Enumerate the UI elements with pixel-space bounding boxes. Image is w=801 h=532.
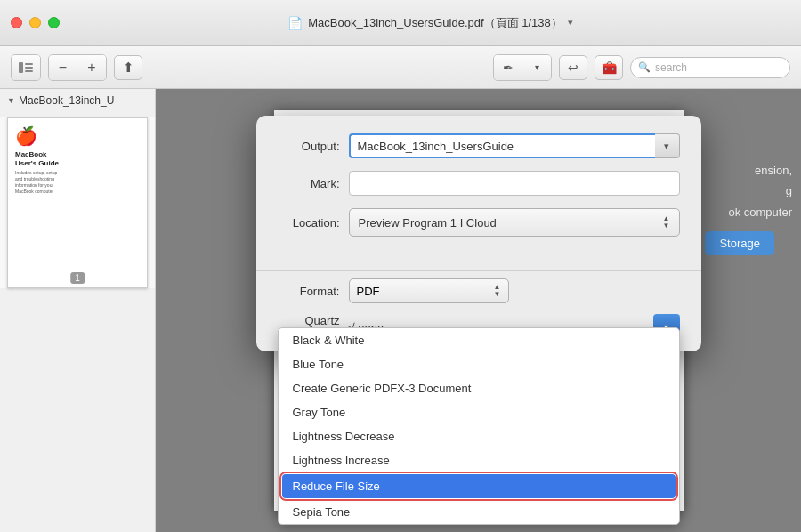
format-label: Format: xyxy=(278,285,349,298)
svg-rect-2 xyxy=(25,67,33,69)
output-input-group: ▾ xyxy=(349,133,680,158)
page-thumbnail[interactable]: 🍎 MacBookUser's Guide Includes setup, se… xyxy=(7,117,148,288)
search-icon: 🔍 xyxy=(638,61,651,73)
export-dialog: Output: ▾ Mark: Location: xyxy=(256,116,701,351)
preview-title: MacBookUser's Guide xyxy=(15,150,130,167)
mark-input[interactable] xyxy=(349,171,680,196)
toolbar-right: ✒ ▾ ↩ 🧰 🔍 search xyxy=(493,54,790,81)
toolbar: − + ⬆ ✒ ▾ ↩ 🧰 🔍 search xyxy=(0,46,801,89)
format-row: Format: PDF ▲ ▼ xyxy=(256,278,701,303)
maximize-button[interactable] xyxy=(48,17,60,28)
dialog-overlay: Output: ▾ Mark: Location: xyxy=(156,89,801,532)
sidebar-triangle-icon: ▼ xyxy=(7,96,15,105)
location-label: Location: xyxy=(278,216,349,230)
dropdown-item-3[interactable]: Gray Tone xyxy=(279,400,679,424)
main-area: ▼ MacBook_13inch_U 🍎 MacBookUser's Guide… xyxy=(0,89,801,532)
dropdown-item-1[interactable]: Blue Tone xyxy=(279,352,679,376)
preview-body: Includes setup, setup and troubleshootin… xyxy=(15,170,130,195)
dialog-form: Output: ▾ Mark: Location: xyxy=(256,116,701,263)
toolbox-btn[interactable]: 🧰 xyxy=(595,55,623,80)
undo-btn[interactable]: ↩ xyxy=(559,55,587,80)
page-preview: 🍎 MacBookUser's Guide Includes setup, se… xyxy=(8,118,137,287)
sidebar-toggle-group xyxy=(11,54,41,81)
share-btn[interactable]: ⬆ xyxy=(114,55,142,80)
document-icon: 📄 xyxy=(287,16,303,30)
format-arrows-icon: ▲ ▼ xyxy=(494,284,501,298)
output-label: Output: xyxy=(278,140,349,153)
output-dropdown-btn[interactable]: ▾ xyxy=(655,133,680,158)
zoom-out-btn[interactable]: − xyxy=(49,55,77,80)
page-number: 1 xyxy=(70,272,85,284)
apple-logo-icon: 🍎 xyxy=(15,125,130,147)
traffic-lights xyxy=(11,17,60,28)
svg-rect-0 xyxy=(19,62,23,73)
format-select[interactable]: PDF ▲ ▼ xyxy=(349,278,509,303)
location-select[interactable]: Preview Program 1 I Cloud ▲ ▼ xyxy=(349,208,680,237)
sidebar-content: 🍎 MacBookUser's Guide Includes setup, se… xyxy=(0,117,155,288)
mark-label: Mark: xyxy=(278,177,349,190)
pdf-area: © Apple Computer, Inc. No part of this p… xyxy=(156,89,801,532)
sidebar-icon xyxy=(19,62,33,73)
title-section: 📄 MacBook_13inch_UsersGuide.pdf（頁面 1/138… xyxy=(70,15,790,31)
sidebar-toggle-btn[interactable] xyxy=(12,55,40,80)
dialog-divider xyxy=(256,270,701,271)
sign-group: ✒ ▾ xyxy=(493,54,552,81)
zoom-group: − + xyxy=(48,54,107,81)
location-value: Preview Program 1 I Cloud xyxy=(359,216,497,230)
pen-btn[interactable]: ✒ xyxy=(494,55,522,80)
dropdown-item-0[interactable]: Black & White xyxy=(279,328,679,352)
sidebar-header[interactable]: ▼ MacBook_13inch_U xyxy=(0,89,155,112)
location-row: Location: Preview Program 1 I Cloud ▲ ▼ xyxy=(278,208,680,237)
zoom-in-btn[interactable]: + xyxy=(77,55,106,80)
search-box[interactable]: 🔍 search xyxy=(630,57,790,78)
dropdown-item-2[interactable]: Create Generic PDFX-3 Document xyxy=(279,376,679,400)
sign-dropdown-btn[interactable]: ▾ xyxy=(522,55,551,80)
mark-row: Mark: xyxy=(278,171,680,196)
svg-rect-3 xyxy=(25,70,33,72)
close-button[interactable] xyxy=(11,17,22,28)
output-input[interactable] xyxy=(349,133,655,158)
minimize-button[interactable] xyxy=(29,17,41,28)
dropdown-item-7[interactable]: Sepia Tone xyxy=(279,500,679,524)
search-placeholder: search xyxy=(655,61,687,74)
title-dropdown-arrow[interactable]: ▾ xyxy=(568,17,573,28)
dropdown-item-6[interactable]: Reduce File Size xyxy=(282,474,676,498)
format-value: PDF xyxy=(357,285,380,298)
sidebar-title: MacBook_13inch_U xyxy=(19,94,114,107)
output-row: Output: ▾ xyxy=(278,133,680,158)
window-title: MacBook_13inch_UsersGuide.pdf（頁面 1/138） xyxy=(308,15,562,31)
quartz-dropdown-menu: Black & White Blue Tone Create Generic P… xyxy=(278,327,680,525)
dropdown-item-4[interactable]: Lightness Decrease xyxy=(279,424,679,448)
sidebar: ▼ MacBook_13inch_U 🍎 MacBookUser's Guide… xyxy=(0,89,156,532)
dropdown-item-5[interactable]: Lightness Increase xyxy=(279,448,679,472)
location-arrows-icon: ▲ ▼ xyxy=(663,215,670,230)
titlebar: 📄 MacBook_13inch_UsersGuide.pdf（頁面 1/138… xyxy=(0,0,801,46)
svg-rect-1 xyxy=(25,63,33,65)
